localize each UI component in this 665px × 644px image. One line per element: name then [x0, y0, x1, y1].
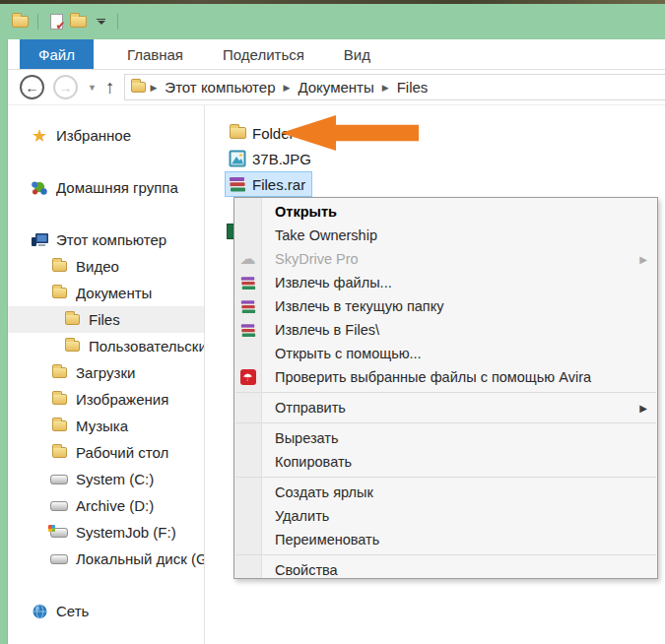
folder-icon: [228, 127, 247, 139]
sidebar-item-homegroup[interactable]: Домашняя группа: [8, 174, 204, 201]
folder-icon: [62, 314, 82, 325]
folder-icon: [49, 288, 69, 298]
sidebar-item-pictures[interactable]: Изображения: [8, 386, 204, 413]
avira-icon: ☂: [240, 369, 256, 385]
menu-item-extract-files[interactable]: Извлечь файлы...: [234, 271, 657, 294]
folder-icon: [49, 394, 69, 405]
computer-icon: [30, 232, 49, 247]
tab-file[interactable]: Файл: [20, 39, 94, 69]
back-button[interactable]: ←: [20, 75, 44, 99]
menu-separator: [235, 477, 656, 478]
menu-item-scan-with-avira[interactable]: ☂ Проверить выбранные файлы с помощью Av…: [234, 365, 657, 389]
tab-home[interactable]: Главная: [107, 39, 203, 69]
menu-item-copy[interactable]: Копировать: [234, 450, 657, 474]
titlebar-divider: [117, 14, 118, 30]
menu-item-create-shortcut[interactable]: Создать ярлык: [234, 481, 657, 504]
sidebar-item-videos[interactable]: Видео: [8, 253, 204, 280]
sidebar-item-drive-c[interactable]: System (C:): [8, 466, 204, 492]
winrar-icon: [240, 299, 256, 314]
new-folder-icon: [70, 16, 87, 28]
cloud-icon: ☁: [240, 251, 256, 267]
menu-item-extract-here[interactable]: Извлечь в текущую папку: [234, 294, 657, 318]
menu-separator: [235, 392, 656, 393]
windows-disk-icon: [49, 528, 69, 538]
ribbon-tabbar: Файл Главная Поделиться Вид: [8, 39, 665, 70]
sidebar-item-music[interactable]: Музыка: [8, 413, 204, 439]
menu-separator: [235, 422, 656, 423]
tab-view[interactable]: Вид: [324, 39, 390, 69]
tab-share[interactable]: Поделиться: [203, 39, 324, 69]
breadcrumb-chevron-icon: ▶: [280, 83, 295, 93]
star-icon: ★: [30, 127, 49, 145]
forward-button[interactable]: →: [53, 75, 78, 99]
menu-item-open[interactable]: Открыть: [234, 200, 657, 224]
disk-icon: [49, 475, 69, 484]
sidebar-item-favorites[interactable]: ★ Избранное: [8, 122, 204, 149]
winrar-icon: [228, 176, 247, 192]
explorer-window: Файл Главная Поделиться Вид ← → ▼ ↑ ▶ Эт…: [0, 0, 665, 644]
properties-icon: [50, 14, 63, 30]
menu-item-extract-to-files[interactable]: Извлечь в Files\: [234, 318, 657, 342]
sidebar-item-drive-f[interactable]: SystemJob (F:): [8, 519, 204, 546]
breadcrumb-files[interactable]: Files: [393, 79, 432, 96]
sidebar-item-user-folders[interactable]: Пользовательские: [8, 333, 204, 359]
menu-item-send-to[interactable]: Отправить ▶: [234, 396, 657, 419]
menu-item-open-with[interactable]: Открыть с помощью...: [234, 342, 657, 365]
up-button[interactable]: ↑: [105, 78, 115, 97]
folder-icon: [49, 261, 69, 272]
file-item-37b-jpg[interactable]: 37B.JPG: [225, 146, 318, 171]
network-icon: [30, 604, 49, 619]
address-bar[interactable]: ▶ Этот компьютер ▶ Документы ▶ Files: [124, 74, 665, 100]
menu-separator: [235, 554, 656, 555]
folder-icon: [49, 447, 69, 458]
menu-item-properties[interactable]: Свойства: [234, 558, 657, 582]
image-file-icon: [228, 150, 247, 167]
submenu-arrow-icon: ▶: [639, 403, 647, 414]
sidebar-item-files[interactable]: Files: [8, 306, 204, 333]
folder-icon: [49, 420, 69, 431]
submenu-arrow-icon: ▶: [639, 254, 647, 265]
properties-button[interactable]: [45, 11, 67, 32]
sidebar-item-desktop[interactable]: Рабочий стол: [8, 439, 204, 466]
menu-item-rename[interactable]: Переименовать: [234, 528, 657, 551]
sidebar-item-documents[interactable]: Документы: [8, 280, 204, 306]
disk-icon: [49, 554, 69, 564]
sidebar-item-this-pc[interactable]: Этот компьютер: [8, 226, 204, 253]
folder-icon: [62, 341, 82, 352]
menu-item-delete[interactable]: Удалить: [234, 504, 657, 528]
homegroup-icon: [30, 180, 49, 196]
titlebar: [0, 4, 665, 39]
sidebar-item-drive-d[interactable]: Archive (D:): [8, 492, 204, 519]
window-left-border: [0, 39, 8, 644]
sidebar-item-network[interactable]: Сеть: [8, 598, 204, 624]
winrar-icon: [240, 323, 256, 338]
breadcrumb-documents[interactable]: Документы: [294, 79, 377, 96]
breadcrumb-chevron-icon: ▶: [146, 83, 161, 93]
breadcrumb-chevron-icon: ▶: [378, 83, 393, 93]
new-folder-button[interactable]: [67, 11, 89, 32]
sidebar-item-drive-g[interactable]: Локальный диск (G:: [8, 546, 204, 572]
navigation-pane: ★ Избранное Домашняя группа Этот компьют…: [8, 105, 205, 644]
winrar-icon: [240, 276, 256, 290]
file-item-files-rar[interactable]: Files.rar: [225, 171, 312, 197]
navigation-bar: ← → ▼ ↑ ▶ Этот компьютер ▶ Документы ▶ F…: [8, 70, 665, 105]
address-folder-icon: [131, 82, 146, 93]
breadcrumb-this-pc[interactable]: Этот компьютер: [161, 79, 279, 96]
menu-item-cut[interactable]: Вырезать: [234, 426, 657, 450]
context-menu: Открыть Take Ownership ☁ SkyDrive Pro ▶ …: [233, 197, 658, 579]
recent-locations-dropdown-icon[interactable]: ▼: [88, 83, 97, 93]
titlebar-divider: [37, 14, 38, 30]
sidebar-item-downloads[interactable]: Загрузки: [8, 359, 204, 386]
folder-icon: [49, 367, 69, 378]
explorer-window-icon: [9, 11, 31, 32]
customize-quick-access-button[interactable]: [97, 19, 105, 25]
customize-quick-access-icon: [97, 19, 105, 20]
menu-item-take-ownership[interactable]: Take Ownership: [234, 224, 657, 247]
disk-icon: [49, 501, 69, 511]
menu-item-skydrive-pro: ☁ SkyDrive Pro ▶: [234, 247, 657, 271]
